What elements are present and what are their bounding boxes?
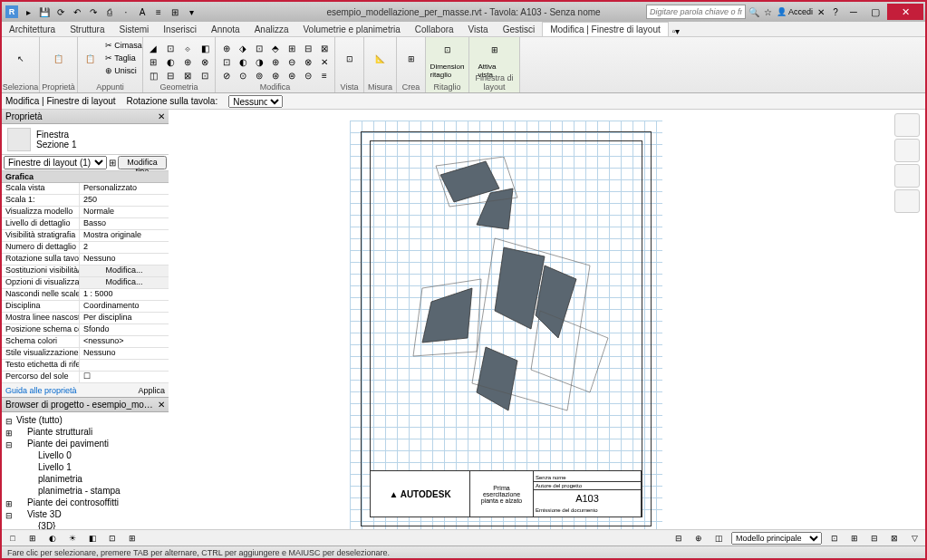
qat-a-icon[interactable]: A xyxy=(136,5,149,18)
modify-button[interactable]: ↖ xyxy=(5,39,37,79)
geom-btn-4[interactable]: ◧ xyxy=(197,41,213,55)
tree-node[interactable]: {3D} xyxy=(4,520,167,529)
geom-btn-6[interactable]: ◐ xyxy=(162,54,179,69)
mod-btn-10[interactable]: ◑ xyxy=(251,54,267,69)
search-icon[interactable]: 🔍 xyxy=(748,5,760,18)
prop-row[interactable]: DisciplinaCoordinamento xyxy=(2,301,169,313)
qat-open-icon[interactable]: ▸ xyxy=(22,5,34,18)
vc-icon-1[interactable]: ⊟ xyxy=(671,532,686,545)
prop-row[interactable]: Visibilità stratigrafiaMostra originale xyxy=(2,230,169,242)
paste-button[interactable]: 📋 xyxy=(76,39,103,79)
mod-btn-16[interactable]: ⊙ xyxy=(235,68,251,82)
prop-row[interactable]: Numero di dettaglio2 xyxy=(2,242,169,254)
edit-type-button[interactable]: Modifica tipo xyxy=(118,156,167,169)
tree-node[interactable]: Piante strutturali xyxy=(4,426,167,438)
scale-button[interactable]: □ xyxy=(5,532,20,545)
tab-annota[interactable]: Annota xyxy=(204,23,247,36)
prop-row[interactable]: Livello di dettaglioBasso xyxy=(2,218,169,230)
drawing-canvas[interactable]: ▲ AUTODESK Prima esercitazione pianta e … xyxy=(169,110,925,529)
tab-architettura[interactable]: Architettura xyxy=(2,23,63,36)
prop-row[interactable]: Scala 1:250 xyxy=(2,195,169,207)
close-button[interactable]: ✕ xyxy=(887,4,923,20)
prop-row[interactable]: Sostituzioni visibilità/grafi…Modifica..… xyxy=(2,266,169,277)
qat-savesync-icon[interactable]: ⟳ xyxy=(54,5,67,18)
tab-sistemi[interactable]: Sistemi xyxy=(112,23,157,36)
prop-row[interactable]: Visualizza modelloNormale xyxy=(2,207,169,218)
prop-value[interactable]: 1 : 5000 xyxy=(80,289,169,300)
crop-dim-button[interactable]: ⊡ Dimension ritaglio xyxy=(431,39,464,79)
vc-icon-3[interactable]: ◫ xyxy=(711,532,726,545)
mod-btn-5[interactable]: ⊞ xyxy=(284,41,300,55)
mod-btn-8[interactable]: ⊡ xyxy=(218,54,235,69)
exchange-icon[interactable]: ✕ xyxy=(815,5,827,18)
geom-btn-9[interactable]: ◫ xyxy=(145,68,161,82)
cut-button[interactable]: ✂ Cimasa xyxy=(103,39,144,51)
geom-btn-1[interactable]: ◢ xyxy=(145,41,161,55)
prop-row[interactable]: Testo etichetta di riferime… xyxy=(2,360,169,372)
properties-button[interactable]: 📋 xyxy=(43,39,75,79)
view-button[interactable]: ⊡ xyxy=(337,39,362,79)
show-crop-icon[interactable]: ⊞ xyxy=(125,532,140,545)
mod-btn-17[interactable]: ⊚ xyxy=(251,68,267,82)
prop-value[interactable]: Per disciplina xyxy=(80,313,169,323)
tree-node[interactable]: planimetria xyxy=(4,473,167,485)
tab-struttura[interactable]: Struttura xyxy=(63,23,111,36)
mod-btn-11[interactable]: ⊕ xyxy=(267,54,284,69)
mod-btn-2[interactable]: ⬗ xyxy=(235,41,251,55)
visual-style-icon[interactable]: ◐ xyxy=(45,532,60,545)
prop-value[interactable]: Coordinamento xyxy=(80,301,169,312)
browser-close-icon[interactable]: ✕ xyxy=(158,400,165,410)
vc-icon-8[interactable]: ▽ xyxy=(907,532,922,545)
qat-c-icon[interactable]: ⊞ xyxy=(169,5,181,18)
nav-wheel-icon[interactable] xyxy=(894,139,920,162)
geom-btn-3[interactable]: ⟐ xyxy=(179,41,196,55)
prop-value[interactable]: Normale xyxy=(80,207,169,217)
prop-row[interactable]: Opzioni di visualizzazione …Modifica... xyxy=(2,277,169,289)
mod-btn-4[interactable]: ⬘ xyxy=(267,41,284,55)
mod-btn-1[interactable]: ⊕ xyxy=(218,41,235,55)
prop-row[interactable]: Schema colori<nessuno> xyxy=(2,336,169,348)
tab-inserisci[interactable]: Inserisci xyxy=(156,23,204,36)
type-preview[interactable]: Finestra Sezione 1 xyxy=(2,124,169,155)
tab-volumetrie[interactable]: Volumetrie e planimetria xyxy=(296,23,408,36)
geom-btn-11[interactable]: ⊠ xyxy=(179,68,196,82)
mod-btn-21[interactable]: ≡ xyxy=(316,68,333,82)
prop-row[interactable]: Nascondi nelle scale min…1 : 5000 xyxy=(2,289,169,301)
mod-btn-9[interactable]: ◐ xyxy=(235,54,251,69)
tree-node[interactable]: Viste (tutto) xyxy=(4,414,167,426)
mod-btn-3[interactable]: ⊡ xyxy=(251,41,267,55)
vc-icon-2[interactable]: ⊕ xyxy=(691,532,706,545)
prop-value[interactable]: Mostra originale xyxy=(80,230,169,241)
geom-btn-8[interactable]: ⊗ xyxy=(197,54,213,69)
mod-btn-12[interactable]: ⊖ xyxy=(284,54,300,69)
vc-icon-6[interactable]: ⊟ xyxy=(867,532,882,545)
prop-row[interactable]: Stile visualizzazione anali…Nessuno xyxy=(2,348,169,360)
prop-value[interactable]: 2 xyxy=(80,242,169,253)
signin-button[interactable]: 👤 Accedi xyxy=(777,7,813,16)
tab-analizza[interactable]: Analizza xyxy=(247,23,296,36)
prop-value[interactable]: Personalizzato xyxy=(80,183,169,194)
tab-modifica[interactable]: Modifica | Finestre di layout xyxy=(542,22,669,36)
tab-extra-icon[interactable]: ▫▾ xyxy=(672,26,681,36)
prop-value[interactable]: Modifica... xyxy=(80,277,169,288)
titleblock[interactable]: ▲ AUTODESK Prima esercitazione pianta e … xyxy=(370,470,642,517)
prop-value[interactable]: Nessuno xyxy=(80,348,169,359)
mod-btn-7[interactable]: ⊠ xyxy=(316,41,333,55)
sheet[interactable]: ▲ AUTODESK Prima esercitazione pianta e … xyxy=(350,121,662,529)
mod-btn-14[interactable]: ✕ xyxy=(316,54,333,69)
prop-value[interactable]: Basso xyxy=(80,218,169,229)
prop-value[interactable] xyxy=(80,360,169,371)
mod-btn-13[interactable]: ⊗ xyxy=(300,54,316,69)
tab-gestisci[interactable]: Gestisci xyxy=(496,23,543,36)
prop-row[interactable]: Percorso del sole☐ xyxy=(2,372,169,383)
tree-node[interactable]: Viste 3D xyxy=(4,508,167,520)
vc-icon-5[interactable]: ⊞ xyxy=(847,532,862,545)
mod-btn-19[interactable]: ⊜ xyxy=(284,68,300,82)
mod-btn-18[interactable]: ⊛ xyxy=(267,68,284,82)
tab-vista[interactable]: Vista xyxy=(461,23,496,36)
prop-row[interactable]: Posizione schema coloriSfondo xyxy=(2,324,169,336)
app-icon[interactable]: R xyxy=(5,5,18,18)
vc-icon-4[interactable]: ⊡ xyxy=(827,532,842,545)
mod-btn-20[interactable]: ⊝ xyxy=(300,68,316,82)
rotation-select[interactable]: Nessuno xyxy=(228,95,283,108)
